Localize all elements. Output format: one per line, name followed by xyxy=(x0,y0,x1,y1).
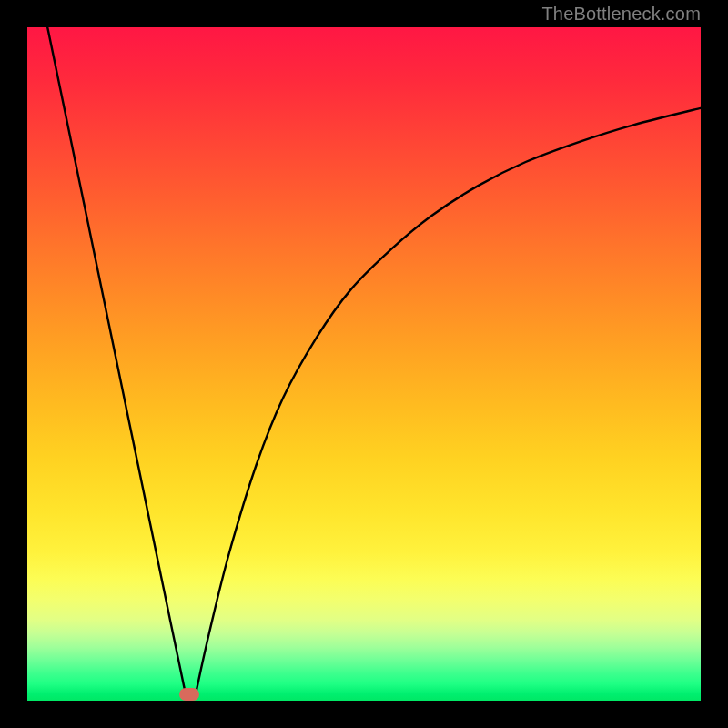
optimal-point-marker xyxy=(179,688,199,701)
bottleneck-curve xyxy=(27,27,701,701)
chart-frame: TheBottleneck.com xyxy=(0,0,728,728)
plot-area xyxy=(27,27,701,701)
watermark-text: TheBottleneck.com xyxy=(541,4,701,25)
